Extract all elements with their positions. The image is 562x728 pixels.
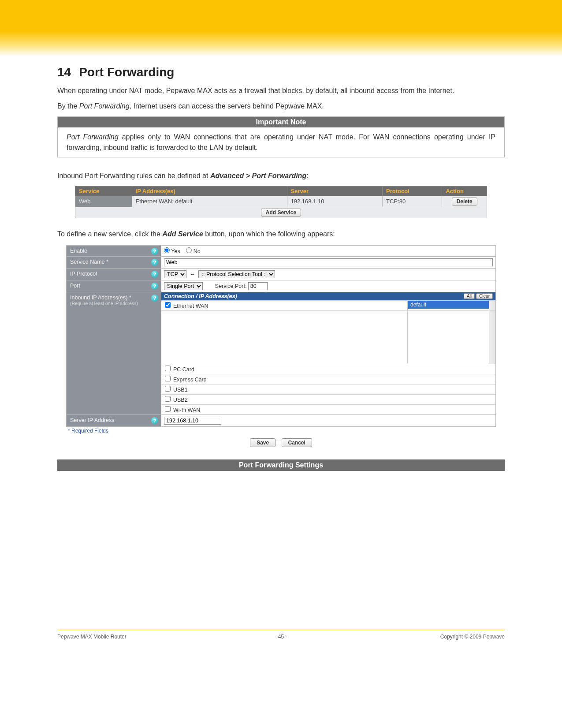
help-icon[interactable]: ? <box>151 271 158 278</box>
label-service-name: Service Name * ? <box>67 257 161 269</box>
save-button[interactable]: Save <box>250 438 275 447</box>
section-heading: 14Port Forwarding <box>57 65 505 79</box>
value-inbound: Connection / IP Address(es) Clear All Et… <box>161 292 496 415</box>
scrollbar[interactable] <box>489 301 495 310</box>
label-server-ip: Server IP Address ? <box>67 415 161 427</box>
label-service-name-text: Service Name * <box>70 259 108 265</box>
label-server-ip-text: Server IP Address <box>70 417 115 423</box>
service-port-input[interactable] <box>248 282 268 290</box>
radio-yes-text: Yes <box>171 248 180 254</box>
add-service-intro: To define a new service, click the Add S… <box>57 229 505 239</box>
ethernet-wan-checkbox[interactable] <box>165 302 171 308</box>
connection-item-express-card: Express Card <box>161 374 495 384</box>
service-port-label: Service Port: <box>215 283 247 289</box>
p4-b: Add Service <box>162 230 203 238</box>
page-top-banner <box>0 0 562 56</box>
th-ip: IP Address(es) <box>132 186 287 196</box>
clear-button[interactable]: Clear <box>476 293 493 299</box>
footer-right: Copyright © 2009 Pepwave <box>440 634 505 640</box>
help-icon[interactable]: ? <box>151 295 158 302</box>
p2-em: Port Forwarding <box>79 102 130 110</box>
value-server-ip <box>161 415 496 427</box>
rules-header-row: Service IP Address(es) Server Protocol A… <box>75 186 487 196</box>
service-name-input[interactable] <box>164 258 493 266</box>
arrow-left-icon: ← <box>190 271 195 277</box>
settings-header-bar: Port Forwarding Settings <box>57 459 505 471</box>
th-server: Server <box>287 186 383 196</box>
usb1-label: USB1 <box>173 387 188 393</box>
rules-add-row: Add Service <box>75 207 487 218</box>
radio-yes-label[interactable]: Yes <box>164 248 180 254</box>
rule-server: 192.168.1.10 <box>287 196 383 207</box>
label-enable-text: Enable <box>70 248 87 254</box>
label-port: Port ? <box>67 280 161 292</box>
port-type-select[interactable]: Single Port <box>164 282 203 290</box>
intro-paragraph-2: By the Port Forwarding, Internet users c… <box>57 101 505 111</box>
service-form: Enable ? Yes No Service Name * ? <box>66 245 496 427</box>
connection-main-left: Ethernet WAN <box>161 301 407 310</box>
label-ip-protocol-text: IP Protocol <box>70 271 97 277</box>
p4-c: button, upon which the following appears… <box>203 230 335 238</box>
help-icon[interactable]: ? <box>151 248 158 255</box>
note-body-rest: applies only to WAN connections that are… <box>67 133 495 151</box>
protocol-tool-select[interactable]: :: Protocol Selection Tool :: <box>198 270 275 278</box>
th-action: Action <box>442 186 487 196</box>
rules-data-row: Web Ethernet WAN: default 192.168.1.10 T… <box>75 196 487 207</box>
rule-action-cell: Delete <box>442 196 487 207</box>
page-footer: Pepwave MAX Mobile Router - 45 - Copyrig… <box>57 630 505 640</box>
required-fields-note: * Required Fields <box>66 427 496 434</box>
rule-ip: Ethernet WAN: default <box>132 196 287 207</box>
usb2-checkbox[interactable] <box>165 396 171 402</box>
usb1-checkbox[interactable] <box>165 386 171 392</box>
save-cancel-row: Save Cancel <box>66 434 496 452</box>
connection-listbox[interactable]: default <box>407 301 495 310</box>
cancel-button[interactable]: Cancel <box>282 438 312 447</box>
radio-no-label[interactable]: No <box>186 248 200 254</box>
scrollbar[interactable] <box>489 311 495 364</box>
p3-b: Advanced > Port Forwarding <box>210 172 306 179</box>
value-service-name <box>161 257 496 269</box>
label-inbound: Inbound IP Address(es) * (Require at lea… <box>67 292 161 415</box>
th-protocol: Protocol <box>383 186 442 196</box>
connection-selected-item[interactable]: default <box>408 301 495 309</box>
value-ip-protocol: TCP ← :: Protocol Selection Tool :: <box>161 269 496 280</box>
add-service-button[interactable]: Add Service <box>261 209 301 217</box>
connection-item-pc-card: PC Card <box>161 364 495 374</box>
section-number: 14 <box>57 65 71 79</box>
radio-no[interactable] <box>186 247 192 253</box>
all-button[interactable]: All <box>464 293 475 299</box>
footer-left: Pepwave MAX Mobile Router <box>57 634 127 640</box>
pc-card-checkbox[interactable] <box>165 366 171 371</box>
wifi-wan-checkbox[interactable] <box>165 406 171 412</box>
server-ip-input[interactable] <box>164 417 221 425</box>
radio-yes[interactable] <box>164 247 170 253</box>
value-enable: Yes No <box>161 246 496 257</box>
connection-listbox-spacer <box>407 311 495 364</box>
pc-card-label: PC Card <box>173 366 194 373</box>
connection-panel-header-text: Connection / IP Address(es) <box>164 293 237 299</box>
label-inbound-text: Inbound IP Address(es) * <box>70 295 131 301</box>
connection-spacer-row <box>161 310 495 364</box>
help-icon[interactable]: ? <box>151 259 158 266</box>
label-inbound-sub: (Require at least one IP address) <box>70 301 157 306</box>
help-icon[interactable]: ? <box>151 283 158 290</box>
note-body-em: Port Forwarding <box>67 133 119 141</box>
rules-table: Service IP Address(es) Server Protocol A… <box>75 186 487 218</box>
connection-item-usb2: USB2 <box>161 394 495 404</box>
rules-table-wrap: Service IP Address(es) Server Protocol A… <box>57 186 505 218</box>
connection-item-usb1: USB1 <box>161 384 495 394</box>
delete-button[interactable]: Delete <box>452 198 477 205</box>
connection-panel-header: Connection / IP Address(es) Clear All <box>161 292 495 300</box>
p2-b: , Internet users can access the servers … <box>130 102 324 110</box>
protocol-select[interactable]: TCP <box>164 270 186 278</box>
important-note-box: Important Note Port Forwarding applies o… <box>57 116 505 157</box>
section-title-text: Port Forwarding <box>79 65 174 79</box>
p3-c: : <box>306 172 308 179</box>
rule-service-link[interactable]: Web <box>75 196 132 207</box>
rule-protocol: TCP:80 <box>383 196 442 207</box>
label-enable: Enable ? <box>67 246 161 257</box>
label-port-text: Port <box>70 283 80 289</box>
help-icon[interactable]: ? <box>151 417 158 424</box>
express-card-checkbox[interactable] <box>165 376 171 381</box>
p4-a: To define a new service, click the <box>57 230 162 238</box>
